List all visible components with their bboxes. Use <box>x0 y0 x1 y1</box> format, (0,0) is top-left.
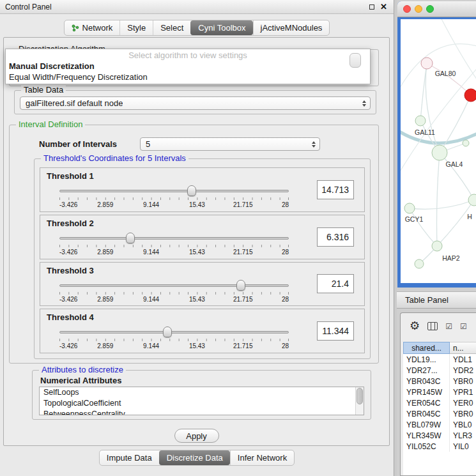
threshold-value-field[interactable]: 14.713 <box>317 180 354 199</box>
network-node[interactable] <box>463 140 469 146</box>
tab-cyni-toolbox[interactable]: Cyni Toolbox <box>190 20 252 35</box>
table-row[interactable]: YBR043CYBR0 <box>403 376 476 387</box>
table-rows: YDL19...YDL1YDR27...YDR2YBR043CYBR0YPR14… <box>403 354 476 475</box>
window-controls <box>369 2 387 12</box>
tick-label: 2.859 <box>97 249 113 256</box>
algorithm-option[interactable]: Equal Width/Frequency Discretization <box>6 72 370 82</box>
tab-select[interactable]: Select <box>153 20 190 35</box>
threshold-value-field[interactable]: 6.316 <box>317 227 354 247</box>
attributes-list[interactable]: SelfLoopsTopologicalCoefficientBetweenne… <box>39 387 364 415</box>
network-edge <box>401 64 476 179</box>
tab-discretize-data[interactable]: Discretize Data <box>159 450 230 465</box>
cell-name: YDR2 <box>450 366 476 375</box>
network-node[interactable] <box>432 145 447 160</box>
control-panel-content: Discretization Algorithm Select algorith… <box>3 37 390 446</box>
table-row[interactable]: YER054CYER0 <box>403 397 476 408</box>
tick-label: 21.715 <box>233 249 253 256</box>
network-edge <box>410 208 437 246</box>
column-header-shared-name[interactable]: shared... <box>403 342 450 354</box>
tab-infer-network[interactable]: Infer Network <box>230 450 294 465</box>
network-node-label: GAL80 <box>435 70 456 77</box>
minimize-traffic-light-icon[interactable] <box>415 5 422 13</box>
slider-track[interactable] <box>59 331 289 334</box>
table-row[interactable]: YLR345WYLR3 <box>403 430 476 441</box>
slider-thumb[interactable] <box>236 280 245 291</box>
cell-shared-name: YIL052C <box>403 441 450 452</box>
columns-icon[interactable] <box>427 322 438 330</box>
threshold-value-field[interactable]: 11.344 <box>317 321 354 341</box>
attributes-group-title: Attributes to discretize <box>39 365 126 374</box>
network-node[interactable] <box>415 259 424 268</box>
slider-track[interactable] <box>59 237 289 240</box>
table-data-group: Table Data galFiltered.sif default node <box>14 90 376 114</box>
threshold-slider[interactable]: -3.4262.8599.14415.4321.71528 <box>59 184 289 210</box>
algorithm-dropdown[interactable]: Select algorithm to view settings Manual… <box>5 49 371 84</box>
attributes-group: Attributes to discretize Numerical Attri… <box>32 370 371 420</box>
cell-name: YBR0 <box>450 410 476 418</box>
slider-thumb[interactable] <box>126 233 135 243</box>
interval-definition-title: Interval Definition <box>16 120 85 129</box>
apply-button[interactable]: Apply <box>174 429 219 443</box>
bottom-tab-bar: Impute DataDiscretize DataInfer Network <box>99 450 295 466</box>
scrollbar-thumb[interactable] <box>357 388 363 404</box>
network-canvas[interactable]: GAL80GAL11GAL4GCY1HAP2H <box>401 19 476 283</box>
control-panel-titlebar[interactable]: Control Panel <box>0 0 394 14</box>
zoom-traffic-light-icon[interactable] <box>426 5 434 13</box>
tick-label: 21.715 <box>233 296 253 303</box>
cell-shared-name: YDR27... <box>403 365 450 376</box>
tab-impute-data[interactable]: Impute Data <box>100 450 159 465</box>
checkbox-icon[interactable] <box>460 320 467 332</box>
table-row[interactable]: YIL052CYIL0 <box>403 441 476 452</box>
table-row[interactable]: YDR27...YDR2 <box>403 365 476 376</box>
attribute-item[interactable]: BetweennessCentrality <box>40 409 364 415</box>
tick-label: -3.426 <box>59 249 77 256</box>
table-panel-header[interactable]: Table Panel <box>397 291 476 309</box>
threshold-value-field[interactable]: 21.4 <box>317 274 354 293</box>
tick-label: 28 <box>282 201 289 208</box>
column-header-name[interactable]: n... <box>450 342 476 354</box>
network-node[interactable] <box>468 194 476 206</box>
cell-name: YLR3 <box>450 431 476 440</box>
gear-icon[interactable] <box>410 320 420 332</box>
network-node[interactable] <box>421 58 433 69</box>
table-data-select[interactable]: galFiltered.sif default node <box>20 96 371 110</box>
tick-label: -3.426 <box>59 201 77 208</box>
float-window-icon[interactable] <box>369 4 374 10</box>
close-traffic-light-icon[interactable] <box>403 5 411 13</box>
network-node[interactable] <box>415 116 426 126</box>
threshold-slider[interactable]: -3.4262.8599.14415.4321.71528 <box>59 231 289 257</box>
network-icon <box>72 24 79 32</box>
network-node[interactable] <box>432 241 442 251</box>
slider-ticks <box>59 292 289 295</box>
select-all-checkbox-icon[interactable] <box>445 320 452 332</box>
slider-thumb[interactable] <box>163 326 172 337</box>
network-node[interactable] <box>464 89 476 102</box>
table-panel-title: Table Panel <box>405 295 449 305</box>
network-node[interactable] <box>404 203 415 213</box>
algorithm-option[interactable]: Manual Discretization <box>6 61 370 72</box>
tab-network[interactable]: Network <box>65 20 120 35</box>
combo-stepper-icon <box>312 141 316 148</box>
table-row[interactable]: YPR145WYPR1 <box>403 387 476 397</box>
slider-track[interactable] <box>59 190 289 192</box>
tab-label: Discretize Data <box>167 453 223 463</box>
slider-thumb[interactable] <box>187 185 196 196</box>
cell-shared-name: YBR043C <box>403 376 450 387</box>
attribute-item[interactable]: SelfLoops <box>40 387 364 398</box>
threshold-slider[interactable]: -3.4262.8599.14415.4321.71528 <box>59 325 289 351</box>
close-icon[interactable] <box>380 2 387 12</box>
attribute-item[interactable]: TopologicalCoefficient <box>40 398 364 409</box>
slider-track[interactable] <box>59 284 289 287</box>
table-row[interactable]: YBL079WYBL0 <box>403 419 476 430</box>
tab-label: Infer Network <box>238 453 287 463</box>
network-window-titlebar[interactable] <box>397 1 476 17</box>
combo-stepper-fragment[interactable] <box>349 53 361 68</box>
tab-jactivemnodules[interactable]: jActiveMNodules <box>253 20 330 35</box>
table-row[interactable]: YDL19...YDL1 <box>403 354 476 365</box>
num-intervals-select[interactable]: 5 <box>140 137 320 151</box>
attributes-scrollbar[interactable] <box>355 387 364 415</box>
tab-style[interactable]: Style <box>119 20 153 35</box>
table-row[interactable]: YBR045CYBR0 <box>403 408 476 419</box>
top-tab-row: NetworkStyleSelectCyni ToolboxjActiveMNo… <box>0 20 394 36</box>
threshold-slider[interactable]: -3.4262.8599.14415.4321.71528 <box>59 279 289 304</box>
